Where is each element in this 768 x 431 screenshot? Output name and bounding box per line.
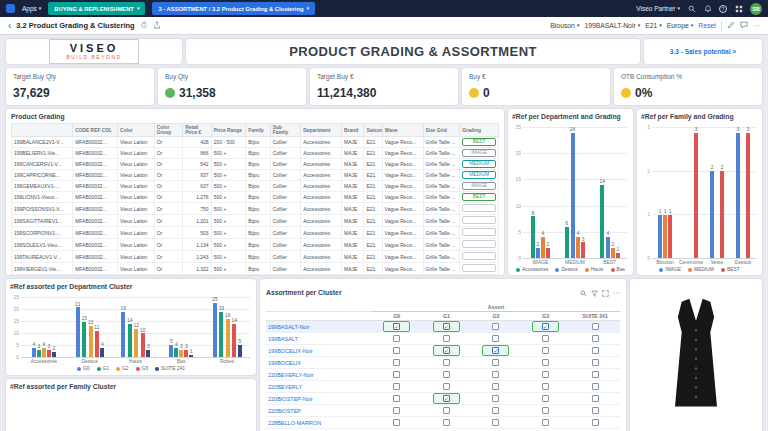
column-header[interactable]: Color Group bbox=[154, 124, 183, 137]
legend-item[interactable]: BEST bbox=[721, 267, 740, 272]
filter-season[interactable]: E21 ▾ bbox=[645, 22, 662, 29]
checkbox[interactable] bbox=[393, 383, 400, 390]
bar[interactable] bbox=[121, 312, 125, 357]
comment-icon[interactable] bbox=[740, 21, 748, 30]
checkbox[interactable] bbox=[542, 359, 549, 366]
tab-buying-replenishment[interactable]: BUYING & REPLENISHMENT ▾ bbox=[48, 2, 145, 15]
table-row[interactable]: 199LIONV1-Vieux...MFAB00032...Vieux Lait… bbox=[12, 192, 499, 203]
back-icon[interactable]: ‹ bbox=[8, 21, 11, 31]
bar[interactable] bbox=[658, 215, 662, 258]
bar[interactable] bbox=[571, 133, 575, 258]
checkbox[interactable] bbox=[443, 335, 450, 342]
checkbox[interactable]: ✓ bbox=[542, 323, 549, 330]
column-header[interactable]: Grading bbox=[460, 124, 499, 137]
checkbox[interactable] bbox=[492, 407, 499, 414]
apps-menu[interactable]: Apps ▾ bbox=[22, 5, 41, 12]
bar[interactable] bbox=[232, 324, 236, 357]
bar[interactable] bbox=[611, 248, 615, 258]
checkbox[interactable] bbox=[542, 335, 549, 342]
cluster-column-header[interactable]: G0 bbox=[372, 312, 422, 321]
bar[interactable] bbox=[47, 350, 51, 357]
refresh-icon[interactable] bbox=[140, 21, 148, 30]
product-link[interactable]: 220BEVERLY-Noir bbox=[266, 369, 372, 381]
checkbox[interactable]: ✓ bbox=[492, 347, 499, 354]
grading-select[interactable] bbox=[462, 240, 496, 248]
cluster-column-header[interactable]: SUITE 241 bbox=[570, 312, 620, 321]
kpi-card[interactable]: OTB Consumption %0% bbox=[614, 68, 762, 105]
grading-select[interactable] bbox=[462, 204, 496, 212]
checkbox[interactable] bbox=[393, 347, 400, 354]
bar[interactable] bbox=[89, 326, 93, 357]
bell-icon[interactable] bbox=[703, 4, 712, 13]
legend-item[interactable]: MEDIUM bbox=[688, 267, 714, 272]
table-row[interactable]: 199CANCERSV1-V...MFAB00032...Vieux Laito… bbox=[12, 159, 499, 170]
checkbox[interactable] bbox=[542, 347, 549, 354]
edit-icon[interactable] bbox=[727, 21, 735, 30]
checkbox[interactable] bbox=[443, 371, 450, 378]
checkbox[interactable] bbox=[492, 359, 499, 366]
checkbox[interactable] bbox=[393, 371, 400, 378]
checkbox[interactable] bbox=[492, 335, 499, 342]
grading-select[interactable]: MEDIUM bbox=[462, 171, 496, 179]
checkbox[interactable]: ✓ bbox=[393, 323, 400, 330]
legend-item[interactable]: SUITE 241 bbox=[155, 366, 185, 371]
bar[interactable] bbox=[746, 133, 750, 258]
bar[interactable] bbox=[174, 348, 178, 357]
tab-assortment[interactable]: 3 - ASSORTMENT / 3.2 Product Grading & C… bbox=[152, 2, 315, 15]
bar[interactable] bbox=[184, 350, 188, 357]
product-link[interactable]: 199BOCELIX-Noir bbox=[266, 345, 372, 357]
bar[interactable] bbox=[720, 171, 724, 258]
table-row[interactable]: 199VERSEAUV1-V...MFAB00032...Vieux Laito… bbox=[12, 275, 499, 276]
checkbox[interactable] bbox=[542, 383, 549, 390]
bar[interactable] bbox=[179, 350, 183, 357]
cluster-column-header[interactable]: G2 bbox=[471, 312, 521, 321]
checkbox[interactable] bbox=[542, 407, 549, 414]
checkbox[interactable] bbox=[443, 419, 450, 426]
bar[interactable] bbox=[76, 307, 80, 357]
share-icon[interactable] bbox=[153, 21, 161, 30]
checkbox[interactable] bbox=[592, 371, 599, 378]
bar[interactable] bbox=[32, 348, 36, 357]
column-header[interactable]: CODE REF COL bbox=[73, 124, 118, 137]
table-row[interactable]: 199POISSONSV1-V...MFAB00032...Vieux Lait… bbox=[12, 203, 499, 215]
more-icon[interactable]: ⋯ bbox=[753, 22, 760, 29]
column-header[interactable] bbox=[12, 124, 73, 137]
bar[interactable] bbox=[581, 242, 585, 258]
bar[interactable] bbox=[616, 253, 620, 258]
grading-select[interactable] bbox=[462, 216, 496, 224]
checkbox[interactable] bbox=[592, 407, 599, 414]
column-header[interactable]: Sub Family bbox=[270, 124, 301, 137]
bar[interactable] bbox=[546, 248, 550, 258]
checkbox[interactable] bbox=[592, 323, 599, 330]
checkbox[interactable] bbox=[592, 395, 599, 402]
cluster-column-header[interactable]: G1 bbox=[422, 312, 472, 321]
user-menu[interactable]: Viseo Partner ▾ bbox=[636, 5, 680, 12]
table-row[interactable]: 199TAUREAUV1-V...MFAB00032...Vieux Laito… bbox=[12, 251, 499, 263]
legend-item[interactable]: IMAGE bbox=[659, 267, 681, 272]
legend-item[interactable]: Bas bbox=[611, 267, 625, 272]
bar[interactable] bbox=[531, 216, 535, 258]
table-row[interactable]: 199SAGITTAIREV1...MFAB00032...Vieux Lait… bbox=[12, 215, 499, 227]
table-row[interactable]: 199GEMEAUXV1-...MFAB00032...Vieux Laiton… bbox=[12, 181, 499, 192]
grading-select[interactable]: IMAGE bbox=[462, 182, 496, 190]
bar[interactable] bbox=[213, 303, 217, 357]
checkbox[interactable] bbox=[592, 383, 599, 390]
legend-item[interactable]: G0 bbox=[77, 366, 90, 371]
checkbox[interactable]: ✓ bbox=[443, 347, 450, 354]
bar[interactable] bbox=[100, 348, 104, 357]
product-link[interactable]: 199BASALT bbox=[266, 333, 372, 345]
legend-item[interactable]: Accessoires bbox=[516, 267, 548, 272]
column-header[interactable]: Saison bbox=[364, 124, 382, 137]
product-link[interactable]: 220BIOSTEP bbox=[266, 405, 372, 417]
checkbox[interactable] bbox=[443, 383, 450, 390]
checkbox[interactable] bbox=[592, 335, 599, 342]
bar[interactable] bbox=[134, 329, 138, 357]
bar[interactable] bbox=[219, 312, 223, 357]
search-icon[interactable] bbox=[580, 283, 587, 301]
kpi-card[interactable]: Buy Qty31,358 bbox=[158, 68, 306, 105]
column-header[interactable]: Price Range bbox=[211, 124, 246, 137]
column-header[interactable]: Family bbox=[246, 124, 270, 137]
table-row[interactable]: 199VIERGEV1-Vie...MFAB00032...Vieux Lait… bbox=[12, 263, 499, 275]
column-header[interactable]: Color bbox=[117, 124, 154, 137]
bar[interactable] bbox=[238, 345, 242, 357]
